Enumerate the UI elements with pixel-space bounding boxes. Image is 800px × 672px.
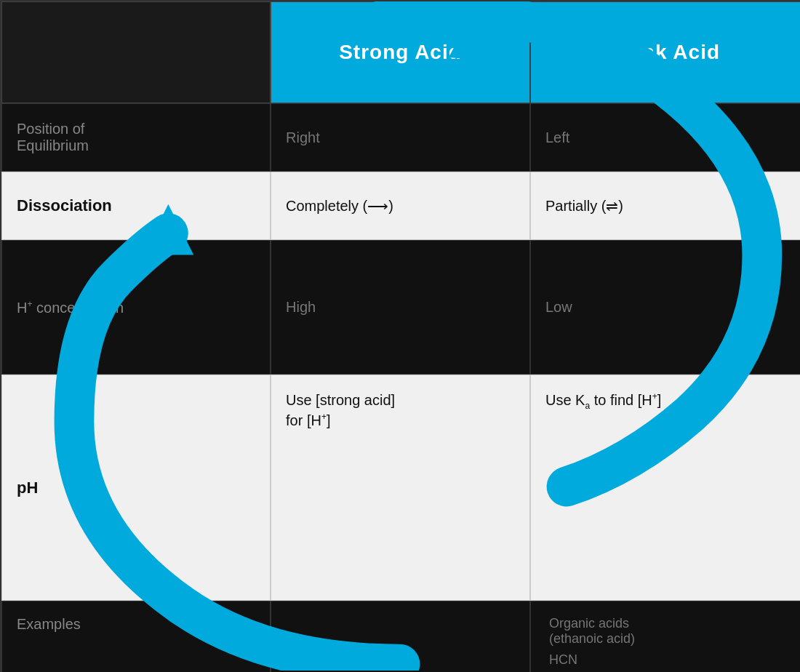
position-equilibrium-weak-cell: Left	[530, 103, 800, 172]
header-weak-acid: Weak Acid	[530, 1, 800, 103]
examples-strong-cell: 3 2 4 ionisation	[271, 601, 530, 672]
ph-label-cell: pH	[1, 375, 271, 601]
position-equilibrium-strong-cell: Right	[271, 103, 530, 172]
dissociation-strong-cell: Completely (⟶)	[271, 172, 530, 240]
h-concentration-label-cell: H+ concentration	[1, 240, 271, 375]
ph-weak-cell: Use Ka to find [H+]	[530, 375, 800, 601]
examples-label-cell: Examples	[1, 601, 271, 672]
header-empty-cell	[1, 1, 271, 103]
comparison-table: Strong Acid Weak Acid Position ofEquilib…	[0, 0, 800, 672]
position-equilibrium-label-cell: Position ofEquilibrium	[1, 103, 271, 172]
dissociation-weak-cell: Partially (⇌)	[530, 172, 800, 240]
dissociation-label-cell: Dissociation	[1, 172, 271, 240]
h-concentration-weak-cell: Low	[530, 240, 800, 375]
h-concentration-strong-cell: High	[271, 240, 530, 375]
examples-weak-cell: Organic acids(ethanoic acid) HCN H2S H2C…	[530, 601, 800, 672]
header-strong-acid: Strong Acid	[271, 1, 530, 103]
ph-strong-cell: Use [strong acid]for [H+]	[271, 375, 530, 601]
